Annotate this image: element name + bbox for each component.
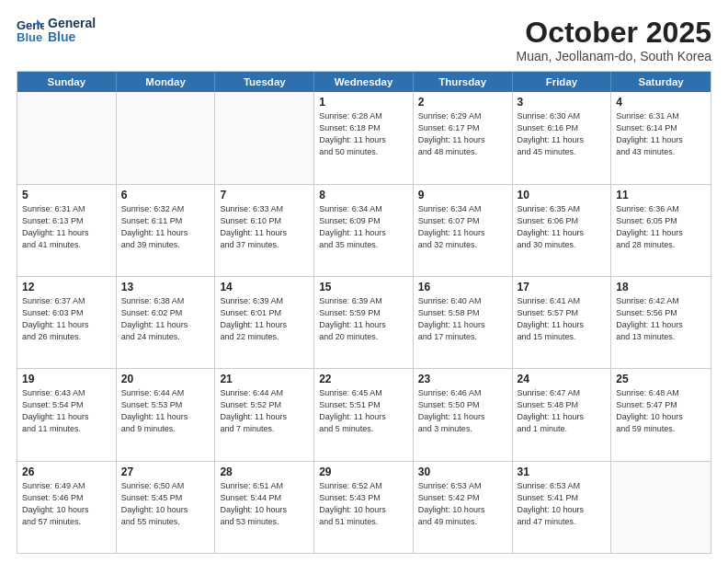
header-day-tuesday: Tuesday	[215, 72, 314, 92]
cell-info: Sunrise: 6:39 AMSunset: 6:01 PMDaylight:…	[220, 295, 309, 343]
day-number: 8	[319, 189, 408, 201]
logo-line1: General	[48, 17, 96, 30]
header-day-monday: Monday	[117, 72, 216, 92]
day-number: 31	[518, 465, 607, 478]
header-day-thursday: Thursday	[414, 72, 513, 92]
empty-cell-0-1	[117, 92, 216, 183]
day-cell-26: 26Sunrise: 6:49 AMSunset: 5:46 PMDayligh…	[17, 462, 117, 553]
day-number: 12	[22, 281, 111, 293]
day-number: 23	[418, 373, 507, 385]
day-number: 24	[518, 373, 607, 385]
day-number: 7	[220, 189, 309, 201]
cell-info: Sunrise: 6:31 AMSunset: 6:13 PMDaylight:…	[22, 203, 111, 251]
cell-info: Sunrise: 6:35 AMSunset: 6:06 PMDaylight:…	[518, 203, 607, 251]
cell-info: Sunrise: 6:44 AMSunset: 5:53 PMDaylight:…	[121, 387, 210, 435]
cell-info: Sunrise: 6:47 AMSunset: 5:48 PMDaylight:…	[518, 387, 607, 435]
day-cell-27: 27Sunrise: 6:50 AMSunset: 5:45 PMDayligh…	[117, 462, 216, 553]
day-cell-4: 4Sunrise: 6:31 AMSunset: 6:14 PMDaylight…	[611, 92, 711, 183]
day-number: 10	[518, 189, 607, 201]
calendar-row-3: 19Sunrise: 6:43 AMSunset: 5:54 PMDayligh…	[17, 368, 711, 460]
day-cell-19: 19Sunrise: 6:43 AMSunset: 5:54 PMDayligh…	[17, 369, 117, 460]
cell-info: Sunrise: 6:38 AMSunset: 6:02 PMDaylight:…	[121, 295, 210, 343]
cell-info: Sunrise: 6:40 AMSunset: 5:58 PMDaylight:…	[418, 295, 507, 343]
day-number: 22	[319, 373, 408, 385]
day-cell-2: 2Sunrise: 6:29 AMSunset: 6:17 PMDaylight…	[414, 92, 513, 183]
day-number: 9	[418, 189, 507, 201]
day-number: 20	[121, 373, 210, 385]
day-cell-6: 6Sunrise: 6:32 AMSunset: 6:11 PMDaylight…	[117, 185, 216, 276]
day-cell-15: 15Sunrise: 6:39 AMSunset: 5:59 PMDayligh…	[314, 277, 414, 368]
day-number: 14	[220, 281, 309, 293]
location: Muan, Jeollanam-do, South Korea	[517, 49, 711, 63]
day-cell-9: 9Sunrise: 6:34 AMSunset: 6:07 PMDaylight…	[414, 185, 513, 276]
logo-line2: Blue	[48, 30, 96, 44]
cell-info: Sunrise: 6:41 AMSunset: 5:57 PMDaylight:…	[518, 295, 607, 343]
day-cell-3: 3Sunrise: 6:30 AMSunset: 6:16 PMDaylight…	[513, 92, 612, 183]
header-day-wednesday: Wednesday	[314, 72, 414, 92]
day-cell-16: 16Sunrise: 6:40 AMSunset: 5:58 PMDayligh…	[414, 277, 513, 368]
day-number: 15	[319, 281, 408, 293]
day-cell-29: 29Sunrise: 6:52 AMSunset: 5:43 PMDayligh…	[314, 462, 414, 553]
cell-info: Sunrise: 6:34 AMSunset: 6:09 PMDaylight:…	[319, 203, 408, 251]
empty-cell-4-6	[611, 462, 711, 553]
day-number: 21	[220, 373, 309, 385]
logo: General Blue General Blue	[17, 17, 96, 45]
day-cell-13: 13Sunrise: 6:38 AMSunset: 6:02 PMDayligh…	[117, 277, 216, 368]
day-number: 27	[121, 465, 210, 478]
day-number: 17	[518, 281, 607, 293]
calendar: SundayMondayTuesdayWednesdayThursdayFrid…	[17, 71, 711, 554]
cell-info: Sunrise: 6:37 AMSunset: 6:03 PMDaylight:…	[22, 295, 111, 343]
day-cell-31: 31Sunrise: 6:53 AMSunset: 5:41 PMDayligh…	[513, 462, 612, 553]
day-cell-5: 5Sunrise: 6:31 AMSunset: 6:13 PMDaylight…	[17, 185, 117, 276]
day-cell-8: 8Sunrise: 6:34 AMSunset: 6:09 PMDaylight…	[314, 185, 414, 276]
day-cell-21: 21Sunrise: 6:44 AMSunset: 5:52 PMDayligh…	[215, 369, 314, 460]
day-number: 29	[319, 465, 408, 478]
day-cell-10: 10Sunrise: 6:35 AMSunset: 6:06 PMDayligh…	[513, 185, 612, 276]
calendar-body: 1Sunrise: 6:28 AMSunset: 6:18 PMDaylight…	[17, 92, 711, 553]
svg-text:Blue: Blue	[17, 30, 42, 43]
day-cell-7: 7Sunrise: 6:33 AMSunset: 6:10 PMDaylight…	[215, 185, 314, 276]
day-number: 11	[616, 189, 706, 201]
cell-info: Sunrise: 6:45 AMSunset: 5:51 PMDaylight:…	[319, 387, 408, 435]
cell-info: Sunrise: 6:39 AMSunset: 5:59 PMDaylight:…	[319, 295, 408, 343]
cell-info: Sunrise: 6:49 AMSunset: 5:46 PMDaylight:…	[22, 480, 111, 528]
calendar-row-1: 5Sunrise: 6:31 AMSunset: 6:13 PMDaylight…	[17, 184, 711, 276]
day-cell-12: 12Sunrise: 6:37 AMSunset: 6:03 PMDayligh…	[17, 277, 117, 368]
day-number: 4	[616, 96, 706, 109]
day-cell-14: 14Sunrise: 6:39 AMSunset: 6:01 PMDayligh…	[215, 277, 314, 368]
day-number: 26	[22, 465, 111, 478]
day-cell-11: 11Sunrise: 6:36 AMSunset: 6:05 PMDayligh…	[611, 185, 711, 276]
day-number: 19	[22, 373, 111, 385]
cell-info: Sunrise: 6:30 AMSunset: 6:16 PMDaylight:…	[518, 110, 607, 158]
empty-cell-0-2	[215, 92, 314, 183]
calendar-header: SundayMondayTuesdayWednesdayThursdayFrid…	[17, 72, 711, 92]
header-day-sunday: Sunday	[17, 72, 117, 92]
day-cell-24: 24Sunrise: 6:47 AMSunset: 5:48 PMDayligh…	[513, 369, 612, 460]
cell-info: Sunrise: 6:46 AMSunset: 5:50 PMDaylight:…	[418, 387, 507, 435]
day-cell-1: 1Sunrise: 6:28 AMSunset: 6:18 PMDaylight…	[314, 92, 414, 183]
cell-info: Sunrise: 6:28 AMSunset: 6:18 PMDaylight:…	[319, 110, 408, 158]
cell-info: Sunrise: 6:53 AMSunset: 5:42 PMDaylight:…	[418, 480, 507, 528]
logo-icon: General Blue	[17, 17, 44, 43]
day-number: 6	[121, 189, 210, 201]
cell-info: Sunrise: 6:33 AMSunset: 6:10 PMDaylight:…	[220, 203, 309, 251]
day-number: 16	[418, 281, 507, 293]
day-cell-23: 23Sunrise: 6:46 AMSunset: 5:50 PMDayligh…	[414, 369, 513, 460]
empty-cell-0-0	[17, 92, 117, 183]
header-day-friday: Friday	[513, 72, 612, 92]
header: General Blue General Blue October 2025 M…	[17, 17, 711, 63]
cell-info: Sunrise: 6:44 AMSunset: 5:52 PMDaylight:…	[220, 387, 309, 435]
day-number: 13	[121, 281, 210, 293]
cell-info: Sunrise: 6:29 AMSunset: 6:17 PMDaylight:…	[418, 110, 507, 158]
day-number: 28	[220, 465, 309, 478]
cell-info: Sunrise: 6:36 AMSunset: 6:05 PMDaylight:…	[616, 203, 706, 251]
cell-info: Sunrise: 6:34 AMSunset: 6:07 PMDaylight:…	[418, 203, 507, 251]
cell-info: Sunrise: 6:53 AMSunset: 5:41 PMDaylight:…	[518, 480, 607, 528]
day-cell-25: 25Sunrise: 6:48 AMSunset: 5:47 PMDayligh…	[611, 369, 711, 460]
cell-info: Sunrise: 6:50 AMSunset: 5:45 PMDaylight:…	[121, 480, 210, 528]
day-number: 30	[418, 465, 507, 478]
day-cell-18: 18Sunrise: 6:42 AMSunset: 5:56 PMDayligh…	[611, 277, 711, 368]
day-cell-17: 17Sunrise: 6:41 AMSunset: 5:57 PMDayligh…	[513, 277, 612, 368]
day-cell-30: 30Sunrise: 6:53 AMSunset: 5:42 PMDayligh…	[414, 462, 513, 553]
month-title: October 2025	[517, 17, 711, 49]
